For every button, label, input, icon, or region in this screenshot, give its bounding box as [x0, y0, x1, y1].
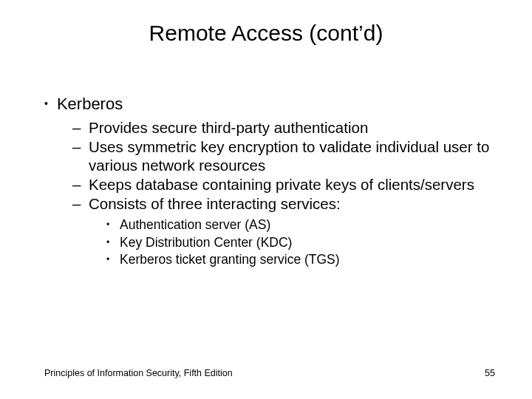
- bullet-level2: Consists of three interacting services:: [72, 194, 502, 213]
- bullet-level3: Authentication server (AS): [106, 216, 502, 234]
- bullet2-text: Keeps database containing private keys o…: [89, 176, 474, 193]
- bullet3-text: Authentication server (AS): [120, 217, 270, 232]
- footer-source: Principles of Information Security, Fift…: [44, 368, 233, 378]
- slide: Remote Access (cont’d) •Kerberos Provide…: [0, 0, 532, 399]
- slide-content: •Kerberos Provides secure third-party au…: [44, 95, 502, 269]
- bullet2-text: Uses symmetric key encryption to validat…: [89, 138, 489, 174]
- bullet-dot-icon: •: [44, 98, 48, 109]
- bullet2-text: Consists of three interacting services:: [89, 195, 341, 212]
- bullet-level2: Provides secure third-party authenticati…: [72, 118, 502, 137]
- bullet2-group: Provides secure third-party authenticati…: [72, 118, 502, 269]
- bullet-level3: Key Distribution Center (KDC): [106, 234, 502, 252]
- bullet-level2: Uses symmetric key encryption to validat…: [72, 137, 502, 174]
- slide-footer: Principles of Information Security, Fift…: [44, 368, 495, 378]
- slide-title: Remote Access (cont’d): [0, 0, 532, 46]
- bullet2-text: Provides secure third-party authenticati…: [89, 119, 368, 136]
- bullet-level1: •Kerberos: [44, 95, 502, 114]
- bullet3-text: Kerberos ticket granting service (TGS): [120, 252, 340, 267]
- page-number: 55: [485, 368, 495, 378]
- bullet1-text: Kerberos: [57, 95, 123, 113]
- bullet3-group: Authentication server (AS) Key Distribut…: [106, 216, 502, 269]
- bullet-level3: Kerberos ticket granting service (TGS): [106, 251, 502, 269]
- bullet-level2: Keeps database containing private keys o…: [72, 175, 502, 194]
- bullet3-text: Key Distribution Center (KDC): [120, 235, 292, 250]
